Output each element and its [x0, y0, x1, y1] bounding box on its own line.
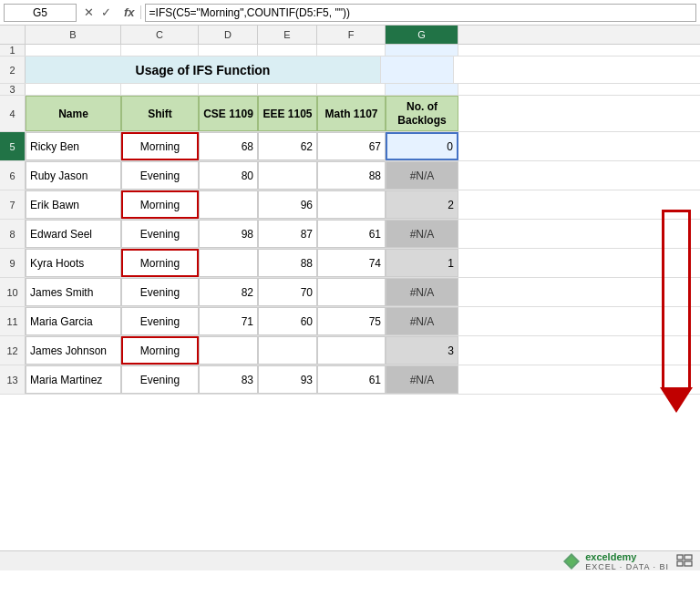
cell-backlogs-13[interactable]: #N/A — [386, 365, 458, 394]
cell-shift-5[interactable]: Morning — [121, 132, 199, 160]
cell-name-5[interactable]: Ricky Ben — [26, 132, 121, 160]
fx-icon[interactable]: fx — [118, 5, 141, 19]
cell-cse-5[interactable]: 68 — [199, 132, 258, 160]
row-1: 1 — [0, 45, 700, 57]
cell-b1[interactable] — [26, 45, 121, 56]
header-cse[interactable]: CSE 1109 — [199, 96, 258, 131]
cell-backlogs-10[interactable]: #N/A — [386, 278, 458, 306]
cell-e1[interactable] — [258, 45, 317, 56]
cell-backlogs-8[interactable]: #N/A — [386, 220, 458, 248]
cell-backlogs-11[interactable]: #N/A — [386, 307, 458, 335]
cell-name-8[interactable]: Edward Seel — [26, 220, 121, 248]
cell-eee-10[interactable]: 70 — [258, 278, 317, 306]
col-header-f[interactable]: F — [317, 26, 386, 44]
cell-math-7[interactable] — [317, 190, 386, 219]
cell-shift-10[interactable]: Evening — [121, 278, 199, 306]
cell-cse-12[interactable] — [199, 336, 258, 365]
header-shift[interactable]: Shift — [121, 96, 199, 131]
cell-eee-11[interactable]: 60 — [258, 307, 317, 335]
cell-cse-13[interactable]: 83 — [199, 365, 258, 394]
cell-backlogs-5[interactable]: 0 — [386, 132, 458, 160]
formula-input[interactable] — [145, 4, 696, 22]
header-math[interactable]: Math 1107 — [317, 96, 386, 131]
cell-math-11[interactable]: 75 — [317, 307, 386, 335]
cell-eee-6[interactable] — [258, 161, 317, 190]
cell-backlogs-6[interactable]: #N/A — [386, 161, 458, 190]
cell-f1[interactable] — [317, 45, 386, 56]
col-header-d[interactable]: D — [199, 26, 258, 44]
logo-subtext: EXCEL · DATA · BI — [585, 562, 669, 571]
cell-math-6[interactable]: 88 — [317, 161, 386, 190]
confirm-icon[interactable]: ✓ — [98, 5, 115, 19]
col-header-b[interactable]: B — [26, 26, 121, 44]
cell-cse-8[interactable]: 98 — [199, 220, 258, 248]
cell-name-11[interactable]: Maria Garcia — [26, 307, 121, 335]
table-row: 9 Kyra Hoots Morning 88 74 1 — [0, 249, 700, 278]
cell-g1[interactable] — [386, 45, 458, 56]
cell-cse-11[interactable]: 71 — [199, 307, 258, 335]
cell-eee-12[interactable] — [258, 336, 317, 365]
cell-e3[interactable] — [258, 84, 317, 95]
table-row: 13 Maria Martinez Evening 83 93 61 #N/A — [0, 365, 700, 395]
col-header-e[interactable]: E — [258, 26, 317, 44]
header-backlogs[interactable]: No. of Backlogs — [386, 96, 458, 131]
cell-c3[interactable] — [121, 84, 199, 95]
cell-backlogs-7[interactable]: 2 — [386, 190, 458, 219]
cell-cse-6[interactable]: 80 — [199, 161, 258, 190]
row-num-2: 2 — [0, 57, 26, 83]
cell-shift-13[interactable]: Evening — [121, 365, 199, 394]
cell-c1[interactable] — [121, 45, 199, 56]
view-icons[interactable] — [676, 554, 693, 569]
cell-d3[interactable] — [199, 84, 258, 95]
cell-name-7[interactable]: Erik Bawn — [26, 190, 121, 219]
cell-shift-12[interactable]: Morning — [121, 336, 199, 365]
row-num-3: 3 — [0, 84, 26, 95]
view-icon[interactable] — [676, 554, 693, 567]
cell-math-9[interactable]: 74 — [317, 249, 386, 277]
cell-math-13[interactable]: 61 — [317, 365, 386, 394]
header-name[interactable]: Name — [26, 96, 121, 131]
cell-eee-5[interactable]: 62 — [258, 132, 317, 160]
cell-math-12[interactable] — [317, 336, 386, 365]
header-backlogs-line1: No. of — [407, 100, 438, 113]
cell-shift-6[interactable]: Evening — [121, 161, 199, 190]
cell-name-6[interactable]: Ruby Jason — [26, 161, 121, 190]
cell-eee-7[interactable]: 96 — [258, 190, 317, 219]
table-row: 7 Erik Bawn Morning 96 2 — [0, 190, 700, 220]
cell-b2-title[interactable]: Usage of IFS Function — [26, 57, 381, 83]
col-header-g[interactable]: G — [386, 26, 458, 44]
cell-name-9[interactable]: Kyra Hoots — [26, 249, 121, 277]
cell-f3[interactable] — [317, 84, 386, 95]
cell-shift-8[interactable]: Evening — [121, 220, 199, 248]
cell-b3[interactable] — [26, 84, 121, 95]
cell-g3[interactable] — [386, 84, 458, 95]
cell-reference-box[interactable] — [4, 4, 77, 22]
svg-rect-2 — [677, 555, 683, 560]
rows-container: 1 2 Usage of IFS Function 3 4 N — [0, 45, 700, 550]
cell-cse-9[interactable] — [199, 249, 258, 277]
cell-backlogs-9[interactable]: 1 — [386, 249, 458, 277]
col-header-c[interactable]: C — [121, 26, 199, 44]
cell-math-10[interactable] — [317, 278, 386, 306]
cell-math-5[interactable]: 67 — [317, 132, 386, 160]
cell-shift-9[interactable]: Morning — [121, 249, 199, 277]
cell-math-8[interactable]: 61 — [317, 220, 386, 248]
cell-backlogs-12[interactable]: 3 — [386, 336, 458, 365]
header-eee[interactable]: EEE 1105 — [258, 96, 317, 131]
cell-name-13[interactable]: Maria Martinez — [26, 365, 121, 394]
cell-name-12[interactable]: James Johnson — [26, 336, 121, 365]
cell-eee-9[interactable]: 88 — [258, 249, 317, 277]
cell-cse-7[interactable] — [199, 190, 258, 219]
cell-g2[interactable] — [381, 57, 454, 83]
cell-shift-7[interactable]: Morning — [121, 190, 199, 219]
row-num-5: 5 — [0, 132, 26, 160]
cell-eee-8[interactable]: 87 — [258, 220, 317, 248]
cell-d1[interactable] — [199, 45, 258, 56]
cancel-icon[interactable]: ✕ — [80, 5, 98, 19]
cell-shift-11[interactable]: Evening — [121, 307, 199, 335]
status-bar: exceldemy EXCEL · DATA · BI — [0, 550, 700, 570]
exceldemy-logo: exceldemy EXCEL · DATA · BI — [561, 551, 669, 571]
cell-eee-13[interactable]: 93 — [258, 365, 317, 394]
cell-cse-10[interactable]: 82 — [199, 278, 258, 306]
cell-name-10[interactable]: James Smith — [26, 278, 121, 306]
